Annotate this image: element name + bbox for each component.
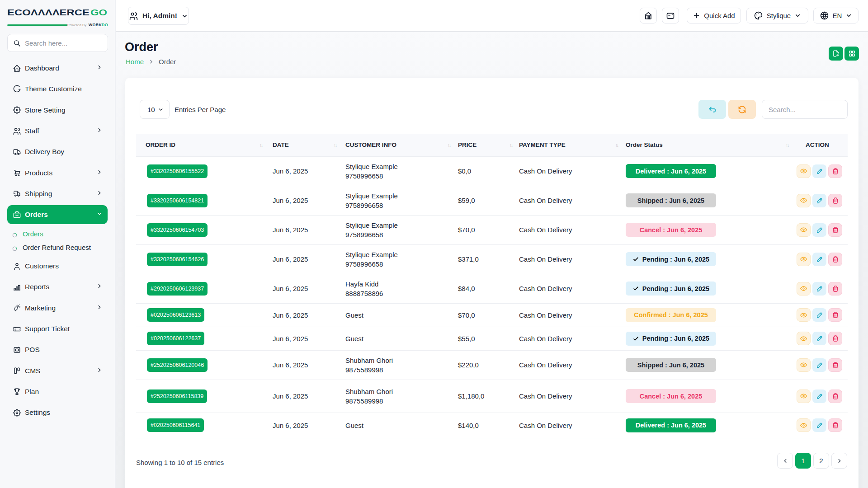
svg-text:GO: GO (90, 8, 107, 17)
svg-text:ECOΛΛΛΛERCE: ECOΛΛΛΛERCE (7, 8, 90, 17)
